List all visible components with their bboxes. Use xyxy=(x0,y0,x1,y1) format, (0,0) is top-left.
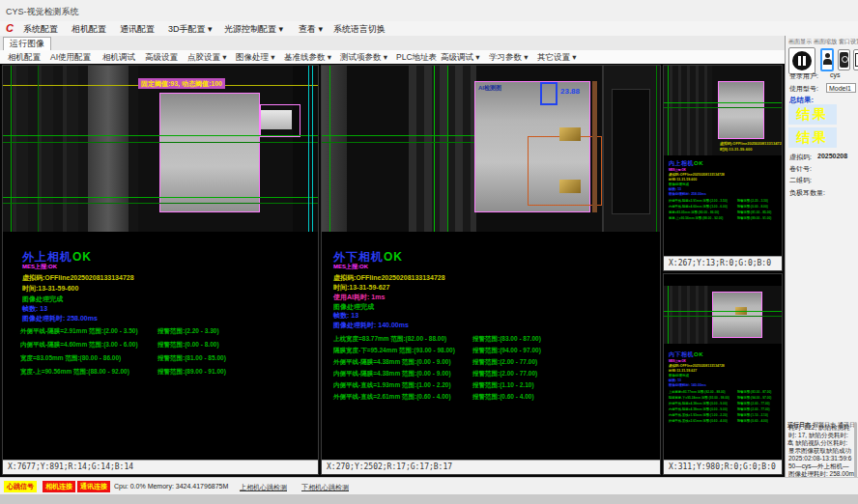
measure-line-2 xyxy=(664,107,782,108)
ai-detect-label: AI检测图 xyxy=(478,84,501,93)
baseline-vertical-1 xyxy=(11,66,12,232)
tool-advanced-debug[interactable]: 高级调试 ▾ xyxy=(441,52,480,64)
tool-test-params[interactable]: 测试项参数 ▾ xyxy=(340,52,387,64)
mini-overlay-inner-bottom: 内下相机OK MES上报:OK 虚拟码:OFFline2025020813313… xyxy=(669,350,794,425)
measurement-row: 宽度=83.05mm 范围:(80.00 - 86.00) 报警范围:(81.0… xyxy=(20,354,310,364)
camera-image-inner-bottom[interactable] xyxy=(664,286,782,344)
alarm-range-text: 报警范围:(83.00 - 87.00) xyxy=(737,390,771,395)
vcode-line: 虚拟码:OFFline20250208133134728 xyxy=(22,273,134,283)
tool-glue-set[interactable]: 点胶设置 ▾ xyxy=(187,52,227,64)
baseline-vertical-1 xyxy=(329,66,330,232)
baseline-vertical xyxy=(668,66,669,155)
coordinate-bar: X:270;Y:2502;R:17;G:17;B:17 xyxy=(322,460,660,474)
tool-camera-debug[interactable]: 相机调试 xyxy=(102,52,135,64)
ai-roi-box xyxy=(540,82,558,105)
menu-system-config[interactable]: 系统配置 xyxy=(23,23,58,36)
status-ok: OK xyxy=(694,351,703,358)
measure-line-2 xyxy=(3,142,318,143)
edge-line-cyan-2 xyxy=(312,66,313,232)
menu-camera-config[interactable]: 相机配置 xyxy=(72,23,106,36)
mini-overlay-inner-top: 内上相机OK MES上报:OK 虚拟码:OFFline2025020813313… xyxy=(669,158,794,222)
alarm-range-text: 报警范围:(1.10 - 2.10) xyxy=(472,381,534,390)
camera-image-outer-top[interactable]: 固定阈值:93, 动态阈值:100 xyxy=(3,66,318,232)
view-option-window[interactable]: 窗口设置 xyxy=(839,38,858,46)
tool-camera-config[interactable]: 相机配置 xyxy=(8,52,41,64)
view-option-zoom[interactable]: 画面缩放 xyxy=(814,38,837,46)
camera-panel-outer-bottom: AI检测图 23.88 外下相机OK MES上报:OK 虚拟码:OFFline2… xyxy=(321,65,661,475)
measure-line-1 xyxy=(322,135,476,136)
control-panel: 画面显示 画面缩放 窗口设置 登录用户: cys 使用型号: Model1 总结… xyxy=(785,36,858,494)
elapsed-line: 图像处理耗时: 140.00ms xyxy=(333,321,409,330)
toolbar: 相机配置 AI使用配置 相机调试 高级设置 点胶设置 ▾ 图像处理 ▾ 基准线参… xyxy=(0,50,785,65)
alarm-range-text: 报警范围:(2.00 - 77.00) xyxy=(737,407,770,412)
baseline-vertical-2 xyxy=(434,66,435,232)
menu-robot-config[interactable]: 3D手配置 ▾ xyxy=(168,23,213,36)
tool-learn-params[interactable]: 学习参数 ▾ xyxy=(489,52,529,64)
pixel-coordinates: X:267;Y:13;R:0;G:0;B:0 xyxy=(669,259,771,267)
stats-icon xyxy=(840,52,848,68)
tab-run-image[interactable]: 运行图像 xyxy=(3,37,51,50)
machinery-backdrop xyxy=(664,66,712,155)
camera-image-inner-top[interactable]: 虚拟码:OFFline20250208133134728 时间:13-31-59… xyxy=(664,66,782,155)
coordinate-bar: X:7677;Y:891;R:14;G:14;B:14 xyxy=(3,460,318,474)
bottom-camera-heartbeat-link[interactable]: 下相机心跳检测 xyxy=(301,483,349,492)
baseline-vertical-3 xyxy=(447,66,448,232)
menu-language-switch[interactable]: 系统语言切换 xyxy=(333,23,386,36)
measurement-row: 内侧平线-直线=1.93mm 范围:(1.00 - 2.20) 报警范围:(1.… xyxy=(333,381,652,391)
tool-ai-config[interactable]: AI使用配置 xyxy=(50,52,91,64)
measurement-row: 内侧平线-隔膜=4.38mm 范围:(0.00 - 9.00) 报警范围:(2.… xyxy=(333,370,652,379)
alarm-range-text: 报警范围:(94.00 - 97.00) xyxy=(472,347,541,355)
frame-line: 帧数: 13 xyxy=(22,304,47,314)
model-label: 使用型号: xyxy=(789,84,818,94)
tool-plc-table[interactable]: PLC地址表 xyxy=(396,52,437,64)
alarm-range-text: 报警范围:(94.00 - 97.00) xyxy=(737,396,771,401)
threshold-label: 固定阈值:93, 动态阈值:100 xyxy=(138,78,225,89)
measurement-text: 外侧平线-隔膜=4.38mm 范围:(0.00 - 9.00) xyxy=(669,402,728,406)
model-select[interactable]: Model1 xyxy=(826,83,856,93)
user-button[interactable] xyxy=(820,48,834,71)
coordinate-bar: X:311;Y:980;R:0;G:0;B:0 xyxy=(664,460,782,474)
elapsed-line: 图像处理耗时: 140.00ms xyxy=(669,382,794,387)
tool-image-process[interactable]: 图像处理 ▾ xyxy=(236,52,275,64)
menu-view[interactable]: 查看 ▾ xyxy=(299,23,323,36)
result-display-1: 结果 xyxy=(788,104,837,125)
measure-line-1 xyxy=(664,102,782,103)
vcode-line: 虚拟码:OFFline20250208133134728 xyxy=(333,273,445,283)
log-scrollbar[interactable] xyxy=(854,422,857,480)
tool-advanced-set[interactable]: 高级设置 xyxy=(145,52,178,64)
machinery-structure xyxy=(409,66,476,232)
ai-time-line: 使用AI耗时: 1ms xyxy=(333,293,385,302)
login-user-value: cys xyxy=(830,71,841,78)
frame-line: 帧数: 13 xyxy=(333,311,358,321)
exit-button[interactable] xyxy=(853,49,858,70)
alarm-range-text: 报警范围:(83.00 - 87.00) xyxy=(472,335,541,344)
window-bottom-edge xyxy=(0,494,858,504)
measurement-text: 外侧平线-隔膜=4.38mm 范围:(0.00 - 9.00) xyxy=(333,358,451,367)
done-line: 图像处理完成 xyxy=(22,294,63,304)
camera-image-outer-bottom[interactable]: AI检测图 23.88 xyxy=(322,66,660,232)
alarm-range-text: 报警范围:(2.00 - 77.00) xyxy=(737,402,770,406)
view-option-display[interactable]: 画面显示 xyxy=(788,38,812,46)
stats-button[interactable] xyxy=(838,49,850,70)
menu-comm-config[interactable]: 通讯配置 xyxy=(120,23,155,36)
measurement-text: 内侧平线-隔膜=4.60mm 范围:(3.00 - 6.00) xyxy=(20,341,138,350)
measurement-text: 隔膜宽度-下=95.24mm 范围:(93.00 - 98.00) xyxy=(333,347,455,355)
top-camera-heartbeat-link[interactable]: 上相机心跳检测 xyxy=(240,483,287,492)
edge-strip-brown xyxy=(592,81,597,212)
log-tab-strip: 运行日志报警日志通讯日志 xyxy=(787,413,857,422)
tab-strip: 运行图像 xyxy=(0,36,785,51)
tool-baseline-params[interactable]: 基准线参数 ▾ xyxy=(284,52,331,64)
tool-other-set[interactable]: 其它设置 ▾ xyxy=(537,52,577,64)
alarm-range-text: 报警范围:(2.00 - 77.00) xyxy=(472,370,537,378)
pause-button[interactable] xyxy=(788,47,815,74)
baseline-vertical-4 xyxy=(656,66,657,232)
measure-line-2 xyxy=(322,142,476,143)
camera-name: 内下相机 xyxy=(669,351,694,358)
cell-region xyxy=(718,81,764,139)
measurement-text: 隔膜宽度-下=95.24mm 范围:(93.00 - 98.00) xyxy=(669,396,729,401)
alarm-range-text: 报警范围:(81.00 - 85.00) xyxy=(737,210,771,215)
measure-line-3 xyxy=(3,197,318,198)
qr-code-label: 二维码: xyxy=(789,176,812,185)
measurement-text: 外侧平线-直线=2.61mm 范围:(0.60 - 4.00) xyxy=(333,393,451,402)
menu-light-config[interactable]: 光源控制配置 ▾ xyxy=(224,23,283,36)
